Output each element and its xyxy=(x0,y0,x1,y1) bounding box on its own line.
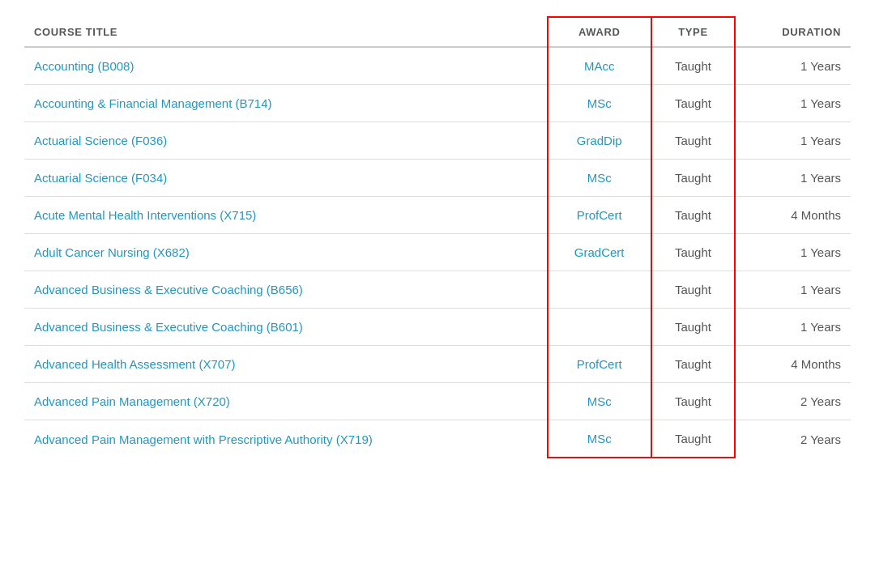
award-cell: GradCert xyxy=(548,234,651,271)
duration-cell: 1 Years xyxy=(735,122,851,160)
duration-cell: 1 Years xyxy=(735,85,851,122)
award-cell: MAcc xyxy=(548,47,651,85)
course-title-cell[interactable]: Accounting (B008) xyxy=(24,47,548,85)
type-cell: Taught xyxy=(651,160,736,197)
table-row: Acute Mental Health Interventions (X715)… xyxy=(24,197,851,234)
table-row: Adult Cancer Nursing (X682) GradCert Tau… xyxy=(24,234,851,271)
header-course-title: COURSE TITLE xyxy=(24,17,548,47)
award-cell: MSc xyxy=(548,420,651,458)
award-cell: GradDip xyxy=(548,122,651,160)
course-title-cell[interactable]: Acute Mental Health Interventions (X715) xyxy=(24,197,548,234)
table-row: Advanced Pain Management (X720) MSc Taug… xyxy=(24,383,851,420)
duration-cell: 2 Years xyxy=(735,383,851,420)
type-cell: Taught xyxy=(651,346,736,383)
duration-cell: 1 Years xyxy=(735,47,851,85)
table-container: COURSE TITLE AWARD TYPE DURATION Account… xyxy=(24,16,851,458)
table-row: Accounting (B008) MAcc Taught 1 Years xyxy=(24,47,851,85)
table-row: Accounting & Financial Management (B714)… xyxy=(24,85,851,122)
award-cell xyxy=(548,271,651,309)
course-title-cell[interactable]: Advanced Business & Executive Coaching (… xyxy=(24,271,548,309)
courses-table: COURSE TITLE AWARD TYPE DURATION Account… xyxy=(24,16,851,458)
table-row: Advanced Business & Executive Coaching (… xyxy=(24,271,851,309)
award-cell xyxy=(548,309,651,346)
duration-cell: 2 Years xyxy=(735,420,851,458)
duration-cell: 1 Years xyxy=(735,160,851,197)
header-type: TYPE xyxy=(651,17,736,47)
duration-cell: 4 Months xyxy=(735,197,851,234)
table-row: Actuarial Science (F034) MSc Taught 1 Ye… xyxy=(24,160,851,197)
type-cell: Taught xyxy=(651,383,736,420)
duration-cell: 4 Months xyxy=(735,346,851,383)
award-cell: MSc xyxy=(548,383,651,420)
course-title-cell[interactable]: Actuarial Science (F034) xyxy=(24,160,548,197)
course-title-cell[interactable]: Adult Cancer Nursing (X682) xyxy=(24,234,548,271)
duration-cell: 1 Years xyxy=(735,234,851,271)
table-row: Advanced Business & Executive Coaching (… xyxy=(24,309,851,346)
table-row: Actuarial Science (F036) GradDip Taught … xyxy=(24,122,851,160)
type-cell: Taught xyxy=(651,122,736,160)
course-title-cell[interactable]: Accounting & Financial Management (B714) xyxy=(24,85,548,122)
award-cell: MSc xyxy=(548,160,651,197)
duration-cell: 1 Years xyxy=(735,271,851,309)
course-title-cell[interactable]: Actuarial Science (F036) xyxy=(24,122,548,160)
type-cell: Taught xyxy=(651,309,736,346)
award-cell: MSc xyxy=(548,85,651,122)
type-cell: Taught xyxy=(651,47,736,85)
award-cell: ProfCert xyxy=(548,197,651,234)
table-row: Advanced Health Assessment (X707) ProfCe… xyxy=(24,346,851,383)
course-title-cell[interactable]: Advanced Health Assessment (X707) xyxy=(24,346,548,383)
table-header-row: COURSE TITLE AWARD TYPE DURATION xyxy=(24,17,851,47)
course-title-cell[interactable]: Advanced Pain Management (X720) xyxy=(24,383,548,420)
type-cell: Taught xyxy=(651,234,736,271)
duration-cell: 1 Years xyxy=(735,309,851,346)
course-title-cell[interactable]: Advanced Business & Executive Coaching (… xyxy=(24,309,548,346)
course-title-cell[interactable]: Advanced Pain Management with Prescripti… xyxy=(24,420,548,458)
header-award: AWARD xyxy=(548,17,651,47)
type-cell: Taught xyxy=(651,420,736,458)
table-row: Advanced Pain Management with Prescripti… xyxy=(24,420,851,458)
type-cell: Taught xyxy=(651,197,736,234)
header-duration: DURATION xyxy=(735,17,851,47)
award-cell: ProfCert xyxy=(548,346,651,383)
type-cell: Taught xyxy=(651,271,736,309)
type-cell: Taught xyxy=(651,85,736,122)
